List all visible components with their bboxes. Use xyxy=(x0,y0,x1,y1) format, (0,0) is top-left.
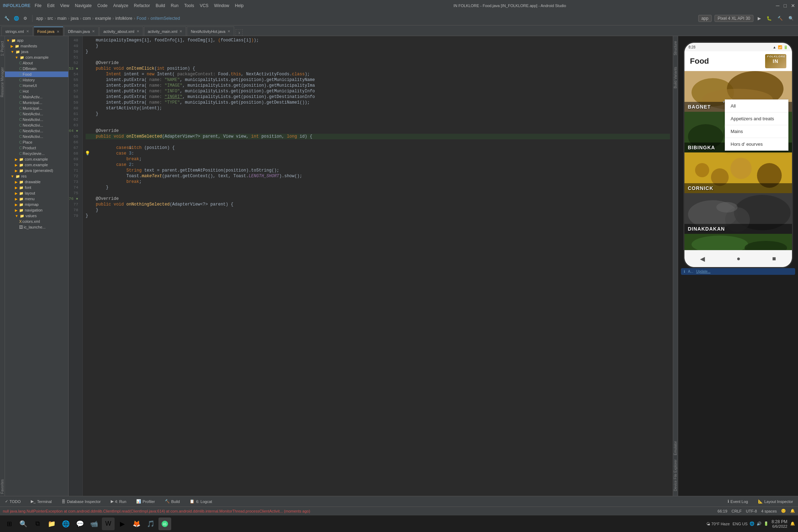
project-button[interactable]: 🔧 xyxy=(3,15,11,22)
close-tab-dbmain[interactable]: ✕ xyxy=(92,29,95,33)
menu-window[interactable]: Window xyxy=(214,3,229,8)
start-button[interactable]: ⊞ xyxy=(3,517,16,530)
close-tab-main[interactable]: ✕ xyxy=(179,29,182,33)
tree-item-java-gen[interactable]: ▶ 📁 java (generated) xyxy=(5,168,68,173)
tree-item-mainactiv[interactable]: C MainActiv... xyxy=(5,94,68,100)
menu-build[interactable]: Build xyxy=(156,3,165,8)
settings-button[interactable]: ⚙ xyxy=(22,15,29,22)
build-button[interactable]: 🔨 xyxy=(776,15,784,22)
android-studio-taskbar[interactable]: AS xyxy=(158,517,171,530)
music-taskbar[interactable]: 🎵 xyxy=(144,517,157,530)
menu-edit[interactable]: Edit xyxy=(47,3,54,8)
task-view-button[interactable]: ⧉ xyxy=(31,517,44,530)
tree-item-menu[interactable]: ▶ 📁 menu xyxy=(5,196,68,202)
layout-inspector-tab[interactable]: 📐 Layout Inspector xyxy=(756,498,795,504)
maximize-button[interactable]: □ xyxy=(784,3,787,8)
close-tab-strings[interactable]: ✕ xyxy=(26,29,29,33)
breadcrumb-example[interactable]: example xyxy=(95,16,111,21)
code-content[interactable]: municipalityImages[i], foodInfo[i], food… xyxy=(83,36,673,496)
build-variants-label[interactable]: Build Variants xyxy=(673,65,678,91)
tree-item-hot[interactable]: C Hot xyxy=(5,88,68,94)
tree-item-product[interactable]: C Product xyxy=(5,145,68,151)
tree-item-values[interactable]: ▼ 📁 values xyxy=(5,213,68,219)
menu-help[interactable]: Help xyxy=(235,3,244,8)
run-config[interactable]: app xyxy=(698,15,712,22)
menu-tools[interactable]: Tools xyxy=(184,3,194,8)
tree-item-manifests[interactable]: ▶ 📁 manifests xyxy=(5,43,68,49)
tab-profiler[interactable]: 📊 Profiler xyxy=(134,498,157,504)
tree-item-res[interactable]: ▼ 📁 res xyxy=(5,173,68,179)
tree-item-nextactiv3[interactable]: C NextActivi... xyxy=(5,122,68,128)
firefox-taskbar[interactable]: 🦊 xyxy=(130,517,143,530)
dropdown-item-all[interactable]: All xyxy=(725,100,788,112)
tree-item-nextactiv1[interactable]: C NextActivi... xyxy=(5,111,68,117)
nav-recent-button[interactable]: ■ xyxy=(772,255,776,262)
project-panel-label[interactable]: 1: Project xyxy=(0,39,5,58)
tree-item-dbmain[interactable]: C DBmain xyxy=(5,66,68,71)
tree-item-nextactiv5[interactable]: C NextActivi... xyxy=(5,134,68,139)
tab-run[interactable]: ▶ 4: Run xyxy=(109,498,128,504)
breadcrumb-com[interactable]: com xyxy=(83,16,91,21)
food-card-cornick[interactable]: CORNICK xyxy=(684,152,792,193)
favorites-label[interactable]: Favorites xyxy=(0,477,5,496)
tree-item-java[interactable]: ▼ 📁 java xyxy=(5,49,68,54)
tree-item-recyclerview[interactable]: C Recyclevie... xyxy=(5,151,68,156)
tree-item-navigation[interactable]: ▶ 📁 navigation xyxy=(5,207,68,213)
tab-logcat[interactable]: 📋 6: Logcat xyxy=(187,498,214,504)
breadcrumb-main[interactable]: main xyxy=(57,16,66,21)
close-tab-about[interactable]: ✕ xyxy=(137,29,139,33)
teams-taskbar[interactable]: 💬 xyxy=(74,517,86,530)
food-card-dinakdakan[interactable]: DINAKDAKAN xyxy=(684,193,792,234)
resource-manager-label[interactable]: Resource Manager xyxy=(0,65,5,99)
tree-item-nextactiv4[interactable]: C NextActivi... xyxy=(5,128,68,134)
tab-terminal[interactable]: ▶_ Terminal xyxy=(29,498,54,504)
dropdown-item-mains[interactable]: Mains xyxy=(725,125,788,138)
tree-item-com[interactable]: ▼ 📁 com.example xyxy=(5,54,68,60)
tree-item-colors[interactable]: X colors.xml xyxy=(5,219,68,224)
tab-strings[interactable]: strings.xml✕ xyxy=(1,27,33,36)
device-file-explorer-label[interactable]: Device File Explorer xyxy=(673,457,678,493)
tab-build[interactable]: 🔨 Build xyxy=(163,498,182,504)
food-card-last[interactable] xyxy=(684,234,792,250)
menu-file[interactable]: File xyxy=(35,3,41,8)
tree-item-municipal1[interactable]: C Municipal... xyxy=(5,100,68,105)
menu-navigate[interactable]: Navigate xyxy=(75,3,92,8)
breadcrumb-app[interactable]: app xyxy=(36,16,43,21)
word-taskbar[interactable]: W xyxy=(102,517,115,530)
taskbar-clock[interactable]: 8:28 PM 6/6/2022 xyxy=(771,519,787,528)
close-tab-next[interactable]: ✕ xyxy=(227,29,230,33)
debug-button[interactable]: 🐛 xyxy=(765,15,773,22)
menu-code[interactable]: Code xyxy=(97,3,108,8)
dropdown-item-hors[interactable]: Hors d' eourves xyxy=(725,138,788,150)
menu-view[interactable]: View xyxy=(60,3,69,8)
tree-item-com2[interactable]: ▶ 📁 com.example xyxy=(5,156,68,162)
update-link[interactable]: Update... xyxy=(696,270,711,273)
menu-run[interactable]: Run xyxy=(171,3,179,8)
tree-item-homeui[interactable]: C HomeUI xyxy=(5,83,68,88)
minimize-button[interactable]: ─ xyxy=(776,3,780,8)
file-explorer-taskbar[interactable]: 📁 xyxy=(45,517,58,530)
menu-analyze[interactable]: Analyze xyxy=(113,3,128,8)
search-everywhere[interactable]: 🔍 xyxy=(787,15,795,22)
dropdown-item-appetizers[interactable]: Appetizers and treats xyxy=(725,112,788,125)
breadcrumb-java[interactable]: java xyxy=(71,16,79,21)
breadcrumb-infolklore[interactable]: infolklore xyxy=(115,16,132,21)
tab-todo[interactable]: ✓ TODO xyxy=(3,498,23,504)
nav-home-button[interactable]: ● xyxy=(737,255,741,262)
tree-item-nextactiv2[interactable]: C NextActivi... xyxy=(5,117,68,122)
close-button[interactable]: ✕ xyxy=(791,3,795,8)
event-log-tab[interactable]: ℹ Event Log xyxy=(725,498,750,504)
device-selector[interactable]: Pixel 4 XL API 30 xyxy=(715,15,753,22)
tab-dbmain[interactable]: DBmain.java✕ xyxy=(64,27,99,36)
tree-item-municipal2[interactable]: C Municipal... xyxy=(5,105,68,111)
tree-item-drawable[interactable]: ▶ 📁 drawable xyxy=(5,179,68,185)
sync-button[interactable]: 🌐 xyxy=(12,15,21,22)
tab-food[interactable]: Food.java✕ xyxy=(34,27,63,36)
structure-label[interactable]: Structure xyxy=(673,39,678,58)
tab-database[interactable]: 🗄 Database Inspector xyxy=(59,499,103,504)
tab-about[interactable]: activity_about.xml✕ xyxy=(99,27,143,36)
search-button[interactable]: 🔍 xyxy=(17,517,30,530)
tree-item-layout[interactable]: ▶ 📁 layout xyxy=(5,190,68,196)
close-tab-food[interactable]: ✕ xyxy=(57,30,59,34)
notification-center-icon[interactable]: 🔔 xyxy=(790,521,795,526)
